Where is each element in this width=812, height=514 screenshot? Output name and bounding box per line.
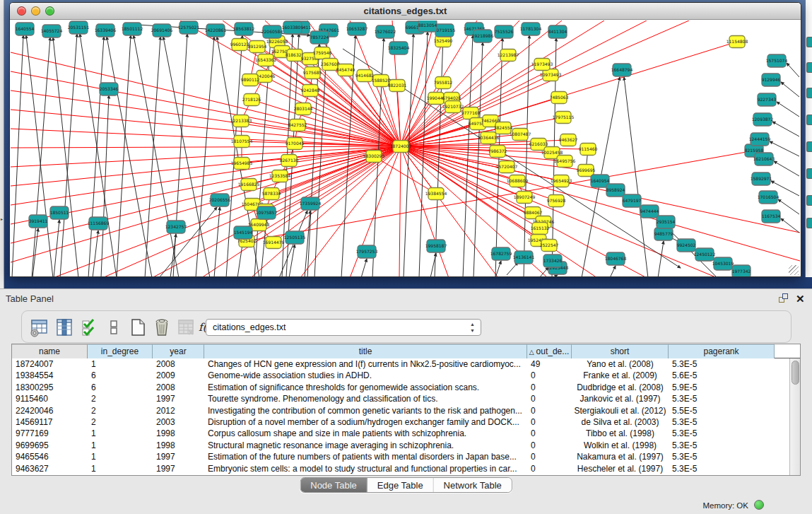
cell-year[interactable]: 1997 [153, 463, 204, 474]
cell-year[interactable]: 1998 [153, 440, 204, 451]
cell-short[interactable]: Tibbo et al. (1998) [572, 428, 669, 439]
tab-edge-table[interactable]: Edge Table [367, 478, 434, 492]
cell-in_degree[interactable]: 6 [88, 370, 153, 381]
zoom-window-button[interactable] [45, 6, 54, 16]
cell-name[interactable]: 22420046 [12, 405, 88, 416]
cell-year[interactable]: 2009 [153, 370, 204, 381]
cell-short[interactable]: Stergiakouli et al. (2012) [572, 405, 669, 416]
cell-pagerank[interactable]: 5.9E-5 [669, 382, 775, 393]
cell-title[interactable]: Changes of HCN gene expression and I(f) … [204, 358, 527, 370]
cell-in_degree[interactable]: 1 [88, 463, 153, 474]
table-row[interactable]: 1872400712008Changes of HCN gene express… [12, 358, 789, 370]
table-vertical-scrollbar[interactable] [789, 358, 800, 475]
cell-out_de[interactable]: 0 [527, 370, 572, 381]
column-header-out_de[interactable]: △out_de... [527, 344, 572, 358]
column-header-short[interactable]: short [572, 344, 669, 358]
column-header-title[interactable]: title [204, 344, 527, 358]
tab-network-table[interactable]: Network Table [434, 478, 512, 492]
cell-out_de[interactable]: 0 [527, 393, 572, 404]
float-panel-icon[interactable] [777, 293, 790, 305]
cell-out_de[interactable]: 0 [527, 440, 572, 451]
cell-year[interactable]: 2012 [153, 405, 204, 416]
cell-name[interactable]: 9777169 [12, 428, 88, 439]
cell-pagerank[interactable]: 5.3E-5 [669, 358, 775, 370]
cell-out_de[interactable]: 0 [527, 428, 572, 439]
table-selector[interactable]: citations_edges.txt ▲▼ [206, 319, 481, 336]
cell-title[interactable]: Estimation of significance thresholds fo… [204, 382, 527, 393]
cell-out_de[interactable]: 0 [527, 416, 572, 428]
cell-pagerank[interactable]: 5.3E-5 [669, 428, 775, 439]
cell-in_degree[interactable]: 1 [88, 451, 153, 462]
cell-short[interactable]: de Silva et al. (2003) [572, 416, 669, 428]
close-panel-icon[interactable]: ✕ [796, 293, 808, 305]
cell-out_de[interactable]: 0 [527, 463, 572, 474]
table-row[interactable]: 977716911998Corpus callosum shape and si… [12, 428, 789, 439]
cell-title[interactable]: Tourette syndrome. Phenomenology and cla… [204, 393, 527, 404]
select-rows-button[interactable] [80, 317, 100, 337]
cell-name[interactable]: 14569117 [12, 416, 88, 428]
cell-name[interactable]: 9465546 [12, 451, 88, 462]
cell-in_degree[interactable]: 2 [88, 393, 153, 404]
cell-short[interactable]: Wolkin et al. (1998) [572, 440, 669, 451]
cell-pagerank[interactable]: 5.3E-5 [669, 463, 775, 474]
cell-title[interactable]: Genome-wide association studies in ADHD. [204, 370, 527, 381]
cell-title[interactable]: Investigating the contribution of common… [204, 405, 527, 416]
cell-name[interactable]: 9699695 [12, 440, 88, 451]
cell-out_de[interactable]: 0 [527, 405, 572, 416]
table-row[interactable]: 911546021997Tourette syndrome. Phenomeno… [12, 393, 789, 404]
table-row[interactable]: 2242004622012Investigating the contribut… [12, 405, 789, 416]
cell-in_degree[interactable]: 1 [88, 428, 153, 439]
table-row[interactable]: 946554611997Estimation of the future num… [12, 451, 789, 462]
cell-pagerank[interactable]: 5.3E-5 [669, 393, 775, 404]
cell-pagerank[interactable]: 5.3E-5 [669, 440, 775, 451]
close-window-button[interactable] [17, 6, 26, 16]
cell-out_de[interactable]: 0 [527, 382, 572, 393]
cell-name[interactable]: 9115460 [12, 393, 88, 404]
table-row[interactable]: 946362711997Embryonic stem cells: a mode… [12, 463, 789, 474]
cell-out_de[interactable]: 0 [527, 451, 572, 462]
column-header-in_degree[interactable]: in_degree [88, 344, 153, 358]
scrollbar-thumb[interactable] [792, 361, 799, 385]
cell-name[interactable]: 19384554 [12, 370, 88, 381]
cell-title[interactable]: Structural magnetic resonance image aver… [204, 440, 527, 451]
cell-in_degree[interactable]: 2 [88, 416, 153, 428]
cell-pagerank[interactable]: 5.6E-5 [669, 370, 775, 381]
column-header-pagerank[interactable]: pagerank [669, 344, 775, 358]
cell-short[interactable]: Jankovic et al. (1997) [572, 393, 669, 404]
minimize-window-button[interactable] [31, 6, 40, 16]
cell-name[interactable]: 18300295 [12, 382, 88, 393]
window-titlebar[interactable]: citations_edges.txt [10, 3, 801, 20]
cell-pagerank[interactable]: 5.5E-5 [669, 405, 775, 416]
cell-short[interactable]: Franke et al. (2009) [572, 370, 669, 381]
cell-pagerank[interactable]: 5.3E-5 [669, 451, 775, 462]
cell-title[interactable]: Estimation of the future numbers of pati… [204, 451, 527, 462]
cell-title[interactable]: Disruption of a novel member of a sodium… [204, 416, 527, 428]
cell-year[interactable]: 1998 [153, 428, 204, 439]
column-header-name[interactable]: name [12, 344, 88, 358]
delete-table-button-disabled[interactable] [176, 317, 196, 337]
cell-year[interactable]: 2008 [153, 382, 204, 393]
new-document-button[interactable] [128, 317, 148, 337]
merge-cells-button[interactable] [104, 317, 124, 337]
cell-title[interactable]: Corpus callosum shape and size in male p… [204, 428, 527, 439]
cell-year[interactable]: 1997 [153, 393, 204, 404]
table-settings-button[interactable] [29, 317, 49, 337]
cell-year[interactable]: 2003 [153, 416, 204, 428]
table-row[interactable]: 1830029562008Estimation of significance … [12, 382, 789, 393]
cell-out_de[interactable]: 49 [527, 358, 572, 370]
cell-pagerank[interactable]: 5.3E-5 [669, 416, 775, 428]
delete-trash-button[interactable] [152, 317, 172, 337]
table-row[interactable]: 1938455462009Genome-wide association stu… [12, 370, 789, 381]
cell-in_degree[interactable]: 1 [88, 440, 153, 451]
cell-year[interactable]: 1997 [153, 451, 204, 462]
cell-year[interactable]: 2008 [153, 358, 204, 370]
cell-name[interactable]: 9463627 [12, 463, 88, 474]
column-header-year[interactable]: year [153, 344, 204, 358]
cell-in_degree[interactable]: 6 [88, 382, 153, 393]
column-chooser-button[interactable] [54, 317, 74, 337]
tab-node-table[interactable]: Node Table [300, 478, 367, 492]
table-row[interactable]: 1456911722003Disruption of a novel membe… [12, 416, 789, 428]
cell-in_degree[interactable]: 1 [88, 358, 153, 370]
cell-name[interactable]: 18724007 [12, 358, 88, 370]
network-canvas[interactable]: 1872400799601238912954182260581627508416… [11, 21, 800, 276]
